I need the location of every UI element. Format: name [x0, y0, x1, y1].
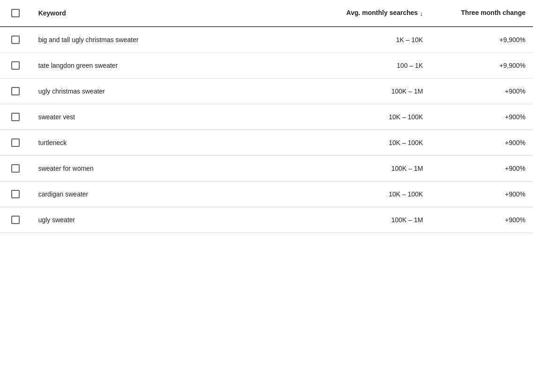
- row-checkbox-cell[interactable]: [0, 155, 31, 181]
- keyword-cell: sweater vest: [31, 104, 287, 130]
- row-checkbox[interactable]: [11, 113, 20, 121]
- row-checkbox[interactable]: [11, 164, 20, 173]
- keyword-cell: tate langdon green sweater: [31, 52, 287, 78]
- three-month-cell: +9,900%: [430, 27, 533, 53]
- row-checkbox-cell[interactable]: [0, 27, 31, 53]
- row-checkbox-cell[interactable]: [0, 207, 31, 232]
- keyword-cell: ugly sweater: [31, 207, 287, 232]
- avg-monthly-cell: 10K – 100K: [287, 181, 430, 207]
- table-row: tate langdon green sweater 100 – 1K +9,9…: [0, 52, 533, 78]
- keyword-column-header: Keyword: [31, 0, 287, 27]
- row-checkbox-cell[interactable]: [0, 104, 31, 130]
- avg-monthly-cell: 100K – 1M: [287, 207, 430, 232]
- select-all-header[interactable]: [0, 0, 31, 27]
- row-checkbox[interactable]: [11, 36, 20, 44]
- row-checkbox-cell[interactable]: [0, 130, 31, 155]
- table-row: sweater vest 10K – 100K +900%: [0, 104, 533, 130]
- table-row: turtleneck 10K – 100K +900%: [0, 130, 533, 155]
- three-month-cell: +900%: [430, 207, 533, 232]
- three-month-cell: +900%: [430, 181, 533, 207]
- avg-monthly-cell: 100K – 1M: [287, 78, 430, 104]
- three-month-cell: +9,900%: [430, 52, 533, 78]
- sort-arrow-icon: ↓: [420, 10, 423, 17]
- table-row: sweater for women 100K – 1M +900%: [0, 155, 533, 181]
- row-checkbox-cell[interactable]: [0, 52, 31, 78]
- keyword-table: Keyword Avg. monthly searches ↓ Three mo…: [0, 0, 533, 233]
- table-row: cardigan sweater 10K – 100K +900%: [0, 181, 533, 207]
- avg-monthly-cell: 100 – 1K: [287, 52, 430, 78]
- avg-monthly-cell: 10K – 100K: [287, 104, 430, 130]
- row-checkbox[interactable]: [11, 190, 20, 198]
- table-row: ugly christmas sweater 100K – 1M +900%: [0, 78, 533, 104]
- three-month-cell: +900%: [430, 130, 533, 155]
- keyword-cell: sweater for women: [31, 155, 287, 181]
- table-row: ugly sweater 100K – 1M +900%: [0, 207, 533, 232]
- row-checkbox[interactable]: [11, 216, 20, 224]
- three-month-cell: +900%: [430, 78, 533, 104]
- avg-monthly-cell: 100K – 1M: [287, 155, 430, 181]
- three-month-column-header: Three month change: [430, 0, 533, 27]
- keyword-cell: cardigan sweater: [31, 181, 287, 207]
- row-checkbox[interactable]: [11, 138, 20, 147]
- avg-monthly-column-header[interactable]: Avg. monthly searches ↓: [287, 0, 430, 27]
- three-month-cell: +900%: [430, 155, 533, 181]
- row-checkbox-cell[interactable]: [0, 181, 31, 207]
- avg-monthly-cell: 1K – 10K: [287, 27, 430, 53]
- keyword-cell: ugly christmas sweater: [31, 78, 287, 104]
- keyword-cell: big and tall ugly christmas sweater: [31, 27, 287, 53]
- row-checkbox[interactable]: [11, 87, 20, 95]
- row-checkbox-cell[interactable]: [0, 78, 31, 104]
- avg-monthly-cell: 10K – 100K: [287, 130, 430, 155]
- table-row: big and tall ugly christmas sweater 1K –…: [0, 27, 533, 53]
- select-all-checkbox[interactable]: [11, 9, 20, 17]
- three-month-cell: +900%: [430, 104, 533, 130]
- row-checkbox[interactable]: [11, 61, 20, 70]
- keyword-cell: turtleneck: [31, 130, 287, 155]
